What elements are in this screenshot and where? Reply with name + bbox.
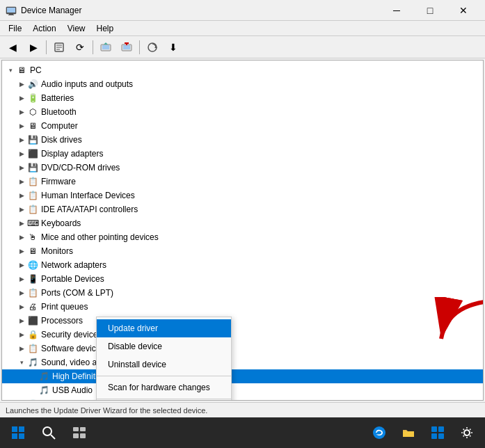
tree-item-firmware[interactable]: ▶📋Firmware <box>2 175 483 189</box>
toolbar-sep-3 <box>139 40 140 54</box>
expand-icon-display[interactable]: ▶ <box>16 148 27 159</box>
expand-icon-hd-audio <box>27 371 38 382</box>
sound-icon-sound: 🎵 <box>27 357 38 368</box>
scan-button[interactable] <box>143 38 162 56</box>
tree-item-usb-audio[interactable]: 🎵USB Audio <box>2 383 483 397</box>
expand-icon-print[interactable]: ▶ <box>16 301 27 312</box>
storage-icon-storage: 💿 <box>27 399 38 400</box>
tree-item-keyboards[interactable]: ▶⌨Keyboards <box>2 216 483 230</box>
forward-button[interactable]: ▶ <box>24 38 43 56</box>
computer-icon-pc: 🖥 <box>16 65 27 76</box>
store-taskbar-icon[interactable] <box>425 420 450 445</box>
tree-item-audio[interactable]: ▶🔊Audio inputs and outputs <box>2 77 483 91</box>
tree-label-bluetooth: Bluetooth <box>41 107 77 117</box>
tree-item-hid[interactable]: ▶📋Human Interface Devices <box>2 189 483 202</box>
expand-icon-disk[interactable]: ▶ <box>16 134 27 145</box>
expand-icon-hid[interactable]: ▶ <box>16 190 27 201</box>
expand-icon-batteries[interactable]: ▶ <box>16 93 27 104</box>
tree-item-portable[interactable]: ▶📱Portable Devices <box>2 272 483 286</box>
ctx-update-driver[interactable]: Update driver <box>97 319 231 337</box>
start-button[interactable] <box>6 420 31 445</box>
monitor-icon-computer: 🖥 <box>27 120 38 131</box>
menu-bar: File Action View Help <box>0 21 485 36</box>
expand-icon-portable[interactable]: ▶ <box>16 273 27 285</box>
add-hardware-button[interactable]: ⬇ <box>164 38 183 56</box>
ctx-disable-device[interactable]: Disable device <box>97 337 231 355</box>
svg-marker-10 <box>104 42 108 45</box>
tree-item-ide[interactable]: ▶📋IDE ATA/ATAPI controllers <box>2 202 483 216</box>
ctx-uninstall-device[interactable]: Uninstall device <box>97 355 231 374</box>
expand-icon-ports[interactable]: ▶ <box>16 287 27 298</box>
maximize-button[interactable]: □ <box>414 0 446 21</box>
tree-item-network[interactable]: ▶🌐Network adapters <box>2 258 483 272</box>
tree-item-batteries[interactable]: ▶🔋Batteries <box>2 91 483 105</box>
tree-item-mice[interactable]: ▶🖱Mice and other pointing devices <box>2 230 483 244</box>
tree-item-pc[interactable]: ▾🖥PC <box>2 63 483 77</box>
menu-file[interactable]: File <box>3 22 27 35</box>
edge-taskbar-icon[interactable] <box>367 420 392 445</box>
tree-item-processors[interactable]: ▶⬛Processors <box>2 314 483 328</box>
search-taskbar-button[interactable] <box>36 420 61 445</box>
device-icon-software: 📋 <box>27 343 38 354</box>
settings-taskbar-icon[interactable] <box>454 420 479 445</box>
expand-icon-processors[interactable]: ▶ <box>16 315 27 326</box>
uninstall-button[interactable] <box>117 38 136 56</box>
expand-icon-storage[interactable]: ▶ <box>16 399 27 400</box>
expand-icon-software[interactable]: ▶ <box>16 343 27 354</box>
close-button[interactable]: ✕ <box>447 0 479 21</box>
svg-rect-32 <box>431 433 437 439</box>
svg-rect-27 <box>80 433 86 438</box>
expand-icon-dvd[interactable]: ▶ <box>16 162 27 173</box>
minimize-button[interactable]: ─ <box>381 0 413 21</box>
tree-item-dvd[interactable]: ▶💾DVD/CD-ROM drives <box>2 161 483 175</box>
files-taskbar-icon[interactable] <box>396 420 421 445</box>
window-title: Device Manager <box>21 6 81 15</box>
tree-item-computer[interactable]: ▶🖥Computer <box>2 119 483 133</box>
ctx-scan-hardware[interactable]: Scan for hardware changes <box>97 378 231 397</box>
svg-rect-2 <box>9 14 13 15</box>
tree-item-sound[interactable]: ▾🎵Sound, video and game controllers <box>2 355 483 369</box>
update-driver-button[interactable] <box>96 38 116 56</box>
task-view-button[interactable] <box>67 420 92 445</box>
properties-button[interactable] <box>49 38 69 56</box>
expand-icon-sound[interactable]: ▾ <box>16 357 27 368</box>
expand-icon-firmware[interactable]: ▶ <box>16 176 27 187</box>
tree-label-firmware: Firmware <box>41 177 76 186</box>
context-menu: Update driver Disable device Uninstall d… <box>96 317 232 401</box>
tree-item-disk[interactable]: ▶💾Disk drives <box>2 133 483 147</box>
status-bar: Launches the Update Driver Wizard for th… <box>0 402 485 417</box>
tree-item-software[interactable]: ▶📋Software devices <box>2 342 483 355</box>
tree-item-ports[interactable]: ▶📋Ports (COM & LPT) <box>2 286 483 300</box>
expand-icon-ide[interactable]: ▶ <box>16 204 27 215</box>
tree-item-hd-audio[interactable]: 🎵High Definition Audio Device <box>2 369 483 383</box>
tree-item-print[interactable]: ▶🖨Print queues <box>2 300 483 314</box>
expand-icon-pc[interactable]: ▾ <box>5 65 16 76</box>
audio-icon-audio: 🔊 <box>27 79 38 90</box>
tree-label-hid: Human Interface Devices <box>41 191 135 200</box>
tree-label-mice: Mice and other pointing devices <box>41 232 159 242</box>
expand-icon-network[interactable]: ▶ <box>16 259 27 271</box>
tree-label-batteries: Batteries <box>41 93 74 103</box>
device-tree[interactable]: ▾🖥PC▶🔊Audio inputs and outputs▶🔋Batterie… <box>2 61 483 400</box>
menu-action[interactable]: Action <box>27 22 61 35</box>
tree-item-monitors[interactable]: ▶🖥Monitors <box>2 244 483 258</box>
portable-icon-portable: 📱 <box>27 273 38 285</box>
main-content: ▾🖥PC▶🔊Audio inputs and outputs▶🔋Batterie… <box>1 60 484 401</box>
expand-icon-audio[interactable]: ▶ <box>16 79 27 90</box>
tree-item-bluetooth[interactable]: ▶⬡Bluetooth <box>2 105 483 119</box>
refresh-button[interactable]: ⟳ <box>70 38 90 56</box>
tree-label-print: Print queues <box>41 302 88 312</box>
expand-icon-monitors[interactable]: ▶ <box>16 246 27 257</box>
expand-icon-bluetooth[interactable]: ▶ <box>16 106 27 118</box>
menu-help[interactable]: Help <box>91 22 120 35</box>
expand-icon-security[interactable]: ▶ <box>16 329 27 340</box>
expand-icon-mice[interactable]: ▶ <box>16 232 27 243</box>
tree-item-security[interactable]: ▶🔒Security devices <box>2 328 483 342</box>
tree-item-storage[interactable]: ▶💿Storage contr... <box>2 397 483 400</box>
expand-icon-keyboards[interactable]: ▶ <box>16 218 27 229</box>
tree-item-display[interactable]: ▶⬛Display adapters <box>2 147 483 161</box>
svg-rect-29 <box>403 431 414 437</box>
menu-view[interactable]: View <box>62 22 91 35</box>
back-button[interactable]: ◀ <box>3 38 22 56</box>
expand-icon-computer[interactable]: ▶ <box>16 120 27 131</box>
